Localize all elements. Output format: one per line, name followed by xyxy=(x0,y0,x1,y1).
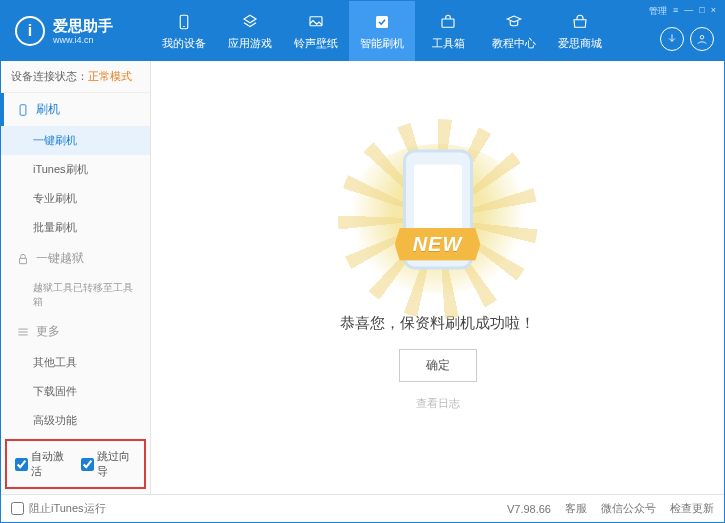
ok-button[interactable]: 确定 xyxy=(399,349,477,382)
main-content: NEW 恭喜您，保资料刷机成功啦！ 确定 查看日志 xyxy=(151,61,724,494)
logo: i 爱思助手 www.i4.cn xyxy=(1,16,151,46)
svg-rect-3 xyxy=(376,16,388,28)
flash-icon xyxy=(372,12,392,32)
download-icon[interactable] xyxy=(660,27,684,51)
header: i 爱思助手 www.i4.cn 我的设备 应用游戏 铃声壁纸 智能刷机 xyxy=(1,1,724,61)
sidebar: 设备连接状态：正常模式 刷机 一键刷机 iTunes刷机 专业刷机 批量刷机 一… xyxy=(1,61,151,494)
sidebar-item-oneclick[interactable]: 一键刷机 xyxy=(1,126,150,155)
check-skip-wizard[interactable]: 跳过向导 xyxy=(81,449,137,479)
app-window: i 爱思助手 www.i4.cn 我的设备 应用游戏 铃声壁纸 智能刷机 xyxy=(0,0,725,523)
window-controls: 管理 ≡ — □ × xyxy=(649,5,716,18)
svg-rect-7 xyxy=(20,258,27,263)
tutorial-icon xyxy=(504,12,524,32)
body: 设备连接状态：正常模式 刷机 一键刷机 iTunes刷机 专业刷机 批量刷机 一… xyxy=(1,61,724,494)
wallpaper-icon xyxy=(306,12,326,32)
svg-point-5 xyxy=(700,36,704,40)
sidebar-more[interactable]: 更多 xyxy=(1,315,150,348)
block-itunes-check[interactable]: 阻止iTunes运行 xyxy=(11,501,106,516)
user-icon[interactable] xyxy=(690,27,714,51)
logo-icon: i xyxy=(15,16,45,46)
device-icon xyxy=(174,12,194,32)
nav-my-device[interactable]: 我的设备 xyxy=(151,1,217,61)
new-ribbon: NEW xyxy=(395,228,481,261)
check-update-link[interactable]: 检查更新 xyxy=(670,501,714,516)
wechat-link[interactable]: 微信公众号 xyxy=(601,501,656,516)
close-icon[interactable]: × xyxy=(711,5,716,18)
view-log-link[interactable]: 查看日志 xyxy=(416,396,460,411)
nav-tutorials[interactable]: 教程中心 xyxy=(481,1,547,61)
apps-icon xyxy=(240,12,260,32)
sidebar-item-other[interactable]: 其他工具 xyxy=(1,348,150,377)
main-nav: 我的设备 应用游戏 铃声壁纸 智能刷机 工具箱 教程中心 xyxy=(151,1,724,61)
nav-toolbox[interactable]: 工具箱 xyxy=(415,1,481,61)
sidebar-flash[interactable]: 刷机 xyxy=(1,93,150,126)
sidebar-item-batch[interactable]: 批量刷机 xyxy=(1,213,150,242)
options-highlight: 自动激活 跳过向导 xyxy=(5,439,146,489)
svg-rect-4 xyxy=(442,19,454,27)
success-illustration: NEW xyxy=(343,144,533,294)
sidebar-jailbreak[interactable]: 一键越狱 xyxy=(1,242,150,275)
sidebar-item-advanced[interactable]: 高级功能 xyxy=(1,406,150,435)
svg-rect-6 xyxy=(20,104,26,115)
jailbreak-note: 越狱工具已转移至工具箱 xyxy=(1,275,150,315)
toolbox-icon xyxy=(438,12,458,32)
brand-name: 爱思助手 xyxy=(53,17,113,35)
sidebar-item-itunes[interactable]: iTunes刷机 xyxy=(1,155,150,184)
connection-status: 设备连接状态：正常模式 xyxy=(1,61,150,93)
version-label: V7.98.66 xyxy=(507,503,551,515)
menu-icon[interactable]: ≡ xyxy=(673,5,678,18)
nav-apps[interactable]: 应用游戏 xyxy=(217,1,283,61)
nav-flash[interactable]: 智能刷机 xyxy=(349,1,415,61)
store-icon xyxy=(570,12,590,32)
maximize-icon[interactable]: □ xyxy=(699,5,704,18)
sidebar-item-firmware[interactable]: 下载固件 xyxy=(1,377,150,406)
sidebar-item-pro[interactable]: 专业刷机 xyxy=(1,184,150,213)
footer: 阻止iTunes运行 V7.98.66 客服 微信公众号 检查更新 xyxy=(1,494,724,522)
nav-store[interactable]: 爱思商城 xyxy=(547,1,613,61)
customer-service-link[interactable]: 客服 xyxy=(565,501,587,516)
check-auto-activate[interactable]: 自动激活 xyxy=(15,449,71,479)
nav-ringtones[interactable]: 铃声壁纸 xyxy=(283,1,349,61)
brand-url: www.i4.cn xyxy=(53,35,113,46)
minimize-icon[interactable]: — xyxy=(684,5,693,18)
window-manage[interactable]: 管理 xyxy=(649,5,667,18)
status-value: 正常模式 xyxy=(88,70,132,82)
